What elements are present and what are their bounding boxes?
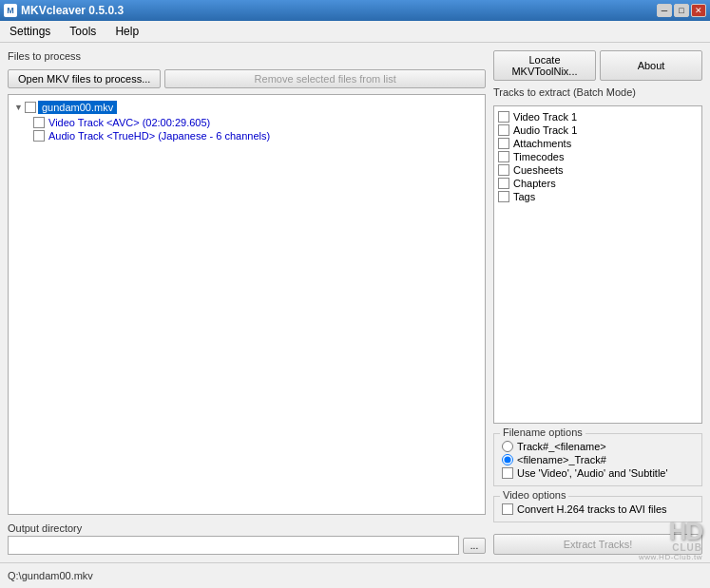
track-tags-checkbox[interactable] [498,191,509,202]
menu-help[interactable]: Help [109,23,144,40]
file-tree[interactable]: ▼ gundam00.mkv Video Track <AVC> (02:00:… [8,94,486,515]
audio-track-label: Audio Track <TrueHD> (Japanese - 6 chann… [48,130,270,142]
files-section-label: Files to process [8,50,486,62]
track-timecodes: Timecodes [498,150,698,163]
radio-track-filename-input[interactable] [502,441,513,452]
title-bar-left: M MKVcleaver 0.5.0.3 [4,4,124,17]
track-video1-label: Video Track 1 [513,111,577,123]
radio-track-filename-label: Track#_<filename> [517,441,606,452]
video-options-label: Video options [500,489,568,501]
root-checkbox[interactable] [25,102,36,113]
title-buttons: ─ □ ✕ [657,4,706,17]
close-button[interactable]: ✕ [691,4,706,17]
use-subtitles-label: Use 'Video', 'Audio' and 'Subtitle' [517,467,668,479]
filename-options-label: Filename options [500,427,585,438]
app-title: MKVcleaver 0.5.0.3 [21,4,124,17]
remove-files-button[interactable]: Remove selected files from list [164,69,486,88]
track-audio1: Audio Track 1 [498,123,698,137]
convert-h264-checkbox[interactable] [502,503,513,515]
convert-h264-label: Convert H.264 tracks to AVI files [517,503,667,515]
open-mkv-button[interactable]: Open MKV files to process... [8,69,161,88]
track-cuesheets-label: Cuesheets [513,164,564,176]
radio-filename-track-input[interactable] [502,454,513,465]
tracks-box: Video Track 1 Audio Track 1 Attachments … [493,105,702,424]
tree-children: Video Track <AVC> (02:00:29.605) Audio T… [12,116,481,142]
watermark: HD CLUB www.HD-Club.tw [639,519,702,561]
track-chapters-label: Chapters [513,178,556,189]
track-chapters-checkbox[interactable] [498,178,509,189]
track-timecodes-checkbox[interactable] [498,151,509,162]
locate-mkvtoolnix-button[interactable]: Locate MKVToolNix... [493,50,596,81]
title-bar: M MKVcleaver 0.5.0.3 ─ □ ✕ [0,0,710,21]
track-cuesheets: Cuesheets [498,163,698,177]
use-subtitles-checkbox[interactable] [502,467,513,479]
tree-child-audio: Audio Track <TrueHD> (Japanese - 6 chann… [31,129,481,142]
radio-filename-track-label: <filename>_Track# [517,454,606,465]
radio-filename-track: <filename>_Track# [502,453,694,466]
track-chapters: Chapters [498,177,698,190]
right-panel: Locate MKVToolNix... About Tracks to ext… [493,50,702,555]
track-timecodes-label: Timecodes [513,151,564,162]
watermark-club: CLUB [672,543,702,553]
output-label: Output directory [8,522,486,534]
watermark-hd: HD [668,519,702,543]
app-icon: M [4,4,17,17]
output-section: Output directory ... [8,522,486,555]
top-buttons: Open MKV files to process... Remove sele… [8,69,486,88]
radio-track-filename: Track#_<filename> [502,440,694,453]
track-attachments-label: Attachments [513,138,571,149]
audio-track-checkbox[interactable] [33,130,45,142]
output-row: ... [8,536,486,555]
maximize-button[interactable]: □ [674,4,689,17]
menu-bar: Settings Tools Help [0,21,710,43]
left-panel: Files to process Open MKV files to proce… [8,50,486,555]
video-track-label: Video Track <AVC> (02:00:29.605) [48,117,210,128]
browse-button[interactable]: ... [463,538,486,554]
watermark-url: www.HD-Club.tw [639,553,702,561]
root-file-label: gundam00.mkv [38,101,117,114]
track-attachments-checkbox[interactable] [498,138,509,149]
about-button[interactable]: About [600,50,702,81]
tracks-section-label: Tracks to extract (Batch Mode) [493,86,702,98]
track-audio1-checkbox[interactable] [498,124,509,136]
output-directory-input[interactable] [8,536,459,555]
top-right-buttons: Locate MKVToolNix... About [493,50,702,81]
main-content: Files to process Open MKV files to proce… [0,43,710,562]
menu-settings[interactable]: Settings [4,23,56,40]
track-tags-label: Tags [513,191,535,202]
track-attachments: Attachments [498,137,698,150]
track-video1: Video Track 1 [498,110,698,123]
track-video1-checkbox[interactable] [498,111,509,123]
track-tags: Tags [498,190,698,203]
track-cuesheets-checkbox[interactable] [498,164,509,176]
use-subtitles-row: Use 'Video', 'Audio' and 'Subtitle' [502,466,694,480]
status-text: Q:\gundam00.mkv [8,570,93,581]
minimize-button[interactable]: ─ [657,4,672,17]
menu-tools[interactable]: Tools [64,23,102,40]
video-track-checkbox[interactable] [33,117,45,128]
convert-h264-row: Convert H.264 tracks to AVI files [502,503,694,516]
track-audio1-label: Audio Track 1 [513,124,577,136]
filename-options-group: Filename options Track#_<filename> <file… [493,433,702,486]
expand-icon: ▼ [14,103,23,112]
tree-child-video: Video Track <AVC> (02:00:29.605) [31,116,481,129]
status-bar: Q:\gundam00.mkv [0,562,710,587]
tree-root-item[interactable]: ▼ gundam00.mkv [12,99,481,116]
